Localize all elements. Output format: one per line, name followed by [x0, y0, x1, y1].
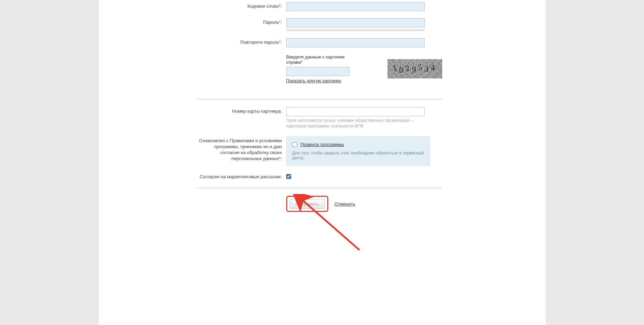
password-repeat-input[interactable] — [286, 38, 425, 47]
marketing-label: Согласен на маркетинговые рассылки: — [197, 173, 286, 180]
divider — [197, 99, 442, 99]
partner-card-hint: Поле заполняется только членами обществе… — [286, 118, 425, 129]
codeword-input[interactable] — [286, 2, 425, 11]
consent-note: Для того, чтобы закрыть счет, необходимо… — [292, 151, 424, 160]
password-input[interactable] — [286, 18, 425, 27]
password-strength-bar — [286, 29, 425, 31]
cancel-link[interactable]: Отменить — [335, 201, 355, 207]
divider — [197, 188, 442, 188]
required-asterisk: * — [301, 60, 303, 65]
captcha-title: Введите данные с картинки справа* — [286, 54, 360, 65]
partner-card-label: Номер карты партнера: — [197, 107, 286, 115]
consent-label: Ознакомлен с Правилами и условиями прогр… — [197, 137, 286, 162]
captcha-refresh-link[interactable]: Показать другую картинку — [286, 78, 342, 83]
annotation-highlight: Отправить — [286, 196, 328, 212]
captcha-input[interactable] — [286, 67, 349, 76]
program-rules-link[interactable]: Правила программы — [301, 142, 344, 147]
password-label: Пароль*: — [197, 18, 286, 26]
captcha-image: 1029534 — [388, 59, 442, 78]
partner-card-input[interactable] — [286, 107, 425, 116]
password-repeat-label: Повторите пароль*: — [197, 38, 286, 46]
codeword-label: Кодовое слово*: — [197, 2, 286, 9]
submit-button[interactable]: Отправить — [290, 199, 325, 209]
consent-checkbox[interactable] — [292, 142, 297, 147]
marketing-checkbox[interactable] — [286, 174, 291, 179]
consent-box: Правила программы Для того, чтобы закрыт… — [286, 137, 430, 166]
